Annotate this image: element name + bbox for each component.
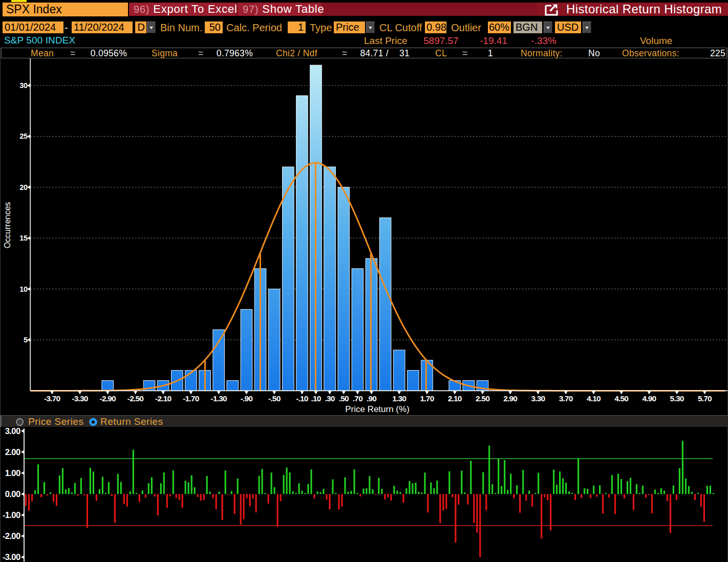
svg-text:10: 10 [19,285,28,293]
svg-text:2.00: 2.00 [5,447,20,457]
svg-text:5.70: 5.70 [698,394,712,403]
svg-text:2.90: 2.90 [503,394,517,403]
svg-text:0.00: 0.00 [5,489,20,499]
svg-text:3.30: 3.30 [531,394,545,403]
svg-text:-3.30: -3.30 [72,394,88,403]
svg-text:-2.50: -2.50 [127,394,144,403]
svg-text:-2.10: -2.10 [155,394,172,403]
svg-text:3.00: 3.00 [5,426,20,436]
svg-text:-.50: -.50 [268,394,281,403]
svg-text:.30: .30 [325,394,335,403]
svg-text:2.50: 2.50 [476,394,489,403]
svg-text:-2.90: -2.90 [100,394,116,403]
svg-text:.50: .50 [339,394,349,403]
svg-text:-3.00: -3.00 [3,552,20,561]
svg-text:.10: .10 [311,394,320,403]
svg-text:-2.00: -2.00 [3,531,20,541]
svg-text:Occurrences: Occurrences [3,202,12,249]
svg-text:Price Return (%): Price Return (%) [345,404,410,414]
svg-text:1.70: 1.70 [420,394,434,403]
svg-text:3.70: 3.70 [559,394,573,403]
svg-text:-.10: -.10 [296,394,308,403]
svg-text:25: 25 [19,132,28,140]
svg-text:4.50: 4.50 [614,394,628,403]
svg-text:.90: .90 [367,394,376,403]
svg-text:30: 30 [19,81,28,90]
svg-text:-1.00: -1.00 [3,510,20,520]
svg-text:2.10: 2.10 [448,394,462,403]
svg-text:-.90: -.90 [241,394,253,403]
svg-text:1.00: 1.00 [5,468,20,478]
svg-text:4.10: 4.10 [587,394,601,403]
svg-text:5.30: 5.30 [670,394,684,403]
svg-text:4.90: 4.90 [642,394,656,403]
svg-text:20: 20 [19,183,28,191]
svg-text:-3.70: -3.70 [44,394,60,403]
svg-text:-1.70: -1.70 [183,394,199,403]
svg-text:1.30: 1.30 [392,394,406,403]
svg-text:5: 5 [24,336,28,344]
svg-text:.70: .70 [353,394,362,403]
svg-text:15: 15 [19,234,28,242]
svg-text:-1.30: -1.30 [211,394,227,403]
